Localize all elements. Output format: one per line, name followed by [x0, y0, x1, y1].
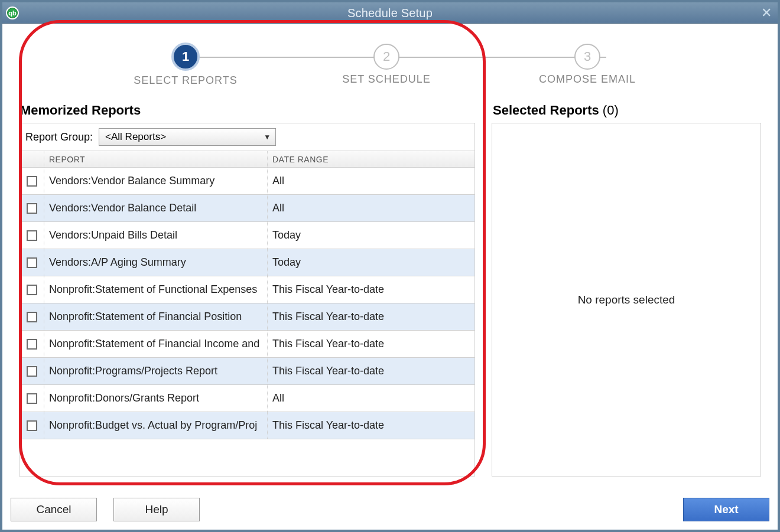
table-row[interactable]: Nonprofit:Statement of Financial Income …: [20, 331, 474, 358]
app-icon: qb: [6, 6, 19, 19]
step-set-schedule[interactable]: 2SET SCHEDULE: [327, 45, 446, 86]
row-report-name: Vendors:A/P Aging Summary: [44, 249, 268, 276]
row-checkbox-cell: [20, 412, 44, 439]
step-select-reports[interactable]: 1SELECT REPORTS: [126, 45, 245, 87]
step-circle: 3: [574, 44, 600, 70]
step-label: SELECT REPORTS: [126, 74, 245, 87]
row-report-name: Nonprofit:Budget vs. Actual by Program/P…: [44, 412, 268, 439]
row-checkbox-cell: [20, 385, 44, 412]
row-date-range: All: [268, 385, 474, 412]
titlebar: qb Schedule Setup ✕: [2, 2, 778, 24]
table-row[interactable]: Vendors:Vendor Balance SummaryAll: [20, 168, 474, 195]
row-date-range: All: [268, 168, 474, 194]
memorized-reports-title: Memorized Reports: [20, 103, 475, 118]
row-checkbox-cell: [20, 195, 44, 221]
row-report-name: Nonprofit:Statement of Functional Expens…: [44, 276, 268, 303]
row-report-name: Nonprofit:Statement of Financial Positio…: [44, 303, 268, 330]
reports-grid: REPORT DATE RANGE Vendors:Vendor Balance…: [19, 151, 475, 476]
row-checkbox-cell: [20, 303, 44, 330]
row-date-range: Today: [268, 222, 474, 249]
row-checkbox-cell: [20, 222, 44, 249]
row-date-range: This Fiscal Year-to-date: [268, 303, 474, 330]
row-date-range: All: [268, 195, 474, 221]
row-checkbox[interactable]: [27, 393, 37, 404]
chevron-down-icon: ▼: [264, 133, 271, 141]
row-report-name: Nonprofit:Donors/Grants Report: [44, 385, 268, 412]
row-checkbox-cell: [20, 358, 44, 384]
grid-header: REPORT DATE RANGE: [20, 151, 474, 168]
selected-reports-title: Selected Reports (0): [493, 103, 761, 118]
row-report-name: Nonprofit:Programs/Projects Report: [44, 358, 268, 384]
row-report-name: Vendors:Unpaid Bills Detail: [44, 222, 268, 249]
table-row[interactable]: Vendors:Unpaid Bills DetailToday: [20, 222, 474, 249]
table-row[interactable]: Nonprofit:Budget vs. Actual by Program/P…: [20, 412, 474, 439]
row-checkbox[interactable]: [27, 203, 37, 214]
row-report-name: Vendors:Vendor Balance Detail: [44, 195, 268, 221]
wizard-steps: 1SELECT REPORTS2SET SCHEDULE3COMPOSE EMA…: [2, 26, 778, 96]
selected-reports-panel: Selected Reports (0) No reports selected: [492, 103, 761, 476]
row-date-range: This Fiscal Year-to-date: [268, 331, 474, 357]
memorized-reports-panel: Memorized Reports Report Group: <All Rep…: [19, 103, 475, 476]
table-row[interactable]: Nonprofit:Statement of Financial Positio…: [20, 303, 474, 331]
row-checkbox-cell: [20, 331, 44, 357]
schedule-setup-window: qb Schedule Setup ✕ 1SELECT REPORTS2SET …: [0, 0, 780, 532]
row-date-range: This Fiscal Year-to-date: [268, 358, 474, 384]
col-header-report[interactable]: REPORT: [44, 151, 268, 167]
report-group-filter-bar: Report Group: <All Reports> ▼: [19, 123, 475, 151]
close-icon[interactable]: ✕: [761, 6, 772, 19]
selected-reports-count: (0): [603, 103, 619, 118]
row-checkbox[interactable]: [27, 339, 37, 350]
table-row[interactable]: Vendors:Vendor Balance DetailAll: [20, 195, 474, 222]
report-group-label: Report Group:: [25, 131, 93, 143]
step-circle: 2: [373, 44, 399, 70]
selected-reports-empty-text: No reports selected: [578, 293, 675, 306]
row-date-range: Today: [268, 249, 474, 276]
grid-body[interactable]: Vendors:Vendor Balance SummaryAllVendors…: [20, 168, 474, 476]
help-button[interactable]: Help: [113, 498, 200, 521]
row-checkbox-cell: [20, 276, 44, 303]
report-group-dropdown[interactable]: <All Reports> ▼: [99, 128, 276, 146]
row-checkbox[interactable]: [27, 366, 37, 377]
row-date-range: This Fiscal Year-to-date: [268, 412, 474, 439]
row-checkbox[interactable]: [27, 285, 37, 295]
step-circle: 1: [171, 43, 200, 71]
row-checkbox[interactable]: [27, 312, 37, 322]
table-row[interactable]: Nonprofit:Donors/Grants ReportAll: [20, 385, 474, 412]
table-row[interactable]: Nonprofit:Programs/Projects ReportThis F…: [20, 358, 474, 385]
next-button[interactable]: Next: [683, 498, 769, 521]
window-title: Schedule Setup: [347, 6, 433, 19]
col-header-checkbox: [20, 151, 44, 167]
step-compose-email[interactable]: 3COMPOSE EMAIL: [528, 45, 646, 86]
row-checkbox[interactable]: [27, 257, 37, 268]
row-checkbox[interactable]: [27, 420, 37, 431]
step-label: COMPOSE EMAIL: [528, 73, 646, 86]
row-report-name: Nonprofit:Statement of Financial Income …: [44, 331, 268, 357]
row-date-range: This Fiscal Year-to-date: [268, 276, 474, 303]
row-checkbox-cell: [20, 249, 44, 276]
cancel-button[interactable]: Cancel: [11, 498, 97, 521]
row-checkbox-cell: [20, 168, 44, 194]
step-label: SET SCHEDULE: [327, 73, 446, 86]
row-report-name: Vendors:Vendor Balance Summary: [44, 168, 268, 194]
col-header-date-range[interactable]: DATE RANGE: [268, 151, 474, 167]
report-group-value: <All Reports>: [105, 131, 166, 143]
row-checkbox[interactable]: [27, 230, 37, 241]
table-row[interactable]: Nonprofit:Statement of Functional Expens…: [20, 276, 474, 303]
table-row[interactable]: Vendors:A/P Aging SummaryToday: [20, 249, 474, 276]
footer: Cancel Help Next: [11, 498, 769, 521]
selected-reports-box: No reports selected: [492, 123, 761, 476]
row-checkbox[interactable]: [27, 176, 37, 187]
